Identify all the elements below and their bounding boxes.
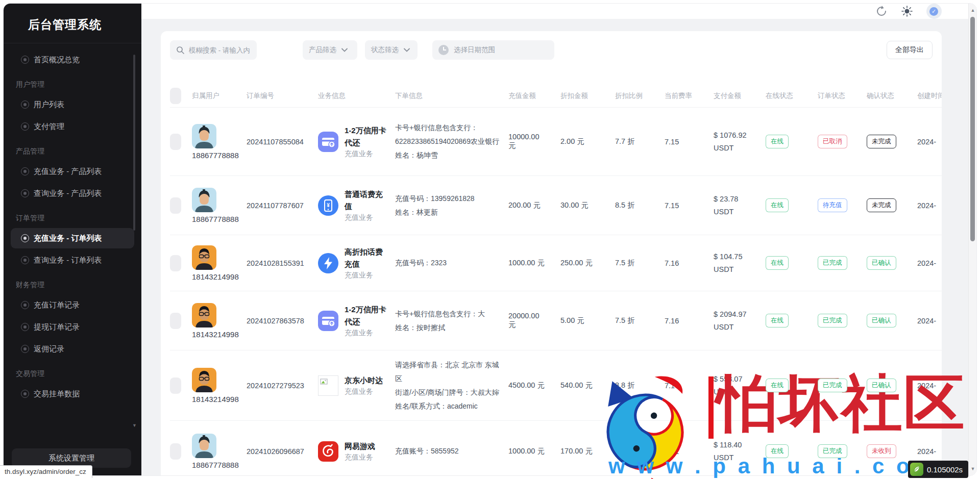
pay-amount: $ 1076.92USDT [714,129,766,154]
column-header: 当前费率 [665,91,714,100]
scrollbar-thumb[interactable] [970,17,975,241]
discount-amount: 250.00 元 [560,258,615,268]
business-cell: 1-2万信用卡代还充值业务 [318,124,395,159]
order-info: 充值账号：5855952 [395,444,508,458]
order-status-badge: 已完成 [818,314,847,327]
status-filter-select[interactable]: 状态筛选 [365,40,418,60]
sidebar-item[interactable]: 支付管理 [11,116,134,137]
order-number: 20241027863578 [247,317,318,325]
load-time-value: 0.105002s [927,465,963,474]
netease-icon [318,441,338,462]
business-cell: 1-2万信用卡代还充值业务 [318,304,395,338]
sidebar-item[interactable]: 交易挂单数据 [11,384,134,404]
created-time: 2024- [917,447,942,456]
sidebar-item[interactable]: 用户列表 [11,94,134,115]
order-info: 卡号+银行信息包含支行：大姓名：按时擦拭 [395,307,508,335]
sidebar-item[interactable]: 充值业务 - 产品列表 [11,161,134,182]
sidebar-item[interactable]: 返佣记录 [11,339,134,359]
disc-icon [21,167,29,175]
sidebar-item[interactable]: 查询业务 - 产品列表 [11,183,134,204]
sidebar-item[interactable]: 查询业务 - 订单列表 [11,250,134,270]
current-rate: 7.16 [665,259,714,267]
sidebar-item[interactable]: 充值业务 - 订单列表 [11,228,134,248]
sidebar-menu: 首页概况总览用户管理用户列表支付管理产品管理充值业务 - 产品列表查询业务 - … [4,43,141,404]
orders-card: 产品筛选 状态筛选 选择日期范围 [161,31,942,476]
lightning-icon [318,253,338,273]
sidebar-section-label: 交易管理 [16,369,134,379]
topbar: ✓ [141,4,976,19]
user-phone: 18867778888 [192,215,239,223]
date-range-picker[interactable]: 选择日期范围 [432,40,554,60]
user-phone: 18143214998 [192,395,239,404]
current-rate: 7.01 [665,447,714,456]
leaf-icon [910,463,923,476]
order-status-badge: 待充值 [818,198,847,212]
discount-amount: 30.00 元 [560,200,615,210]
column-header: 在线状态 [766,91,818,100]
column-header: 充值金额 [508,91,560,100]
scroll-up-icon[interactable]: ▲ [970,8,975,13]
export-all-button[interactable]: 全部导出 [887,41,933,59]
business-type: 充值业务 [345,149,390,159]
row-checkbox[interactable] [170,377,181,394]
owner-user-cell: 18143214998 [192,303,247,339]
sidebar: 后台管理系统 首页概况总览用户管理用户列表支付管理产品管理充值业务 - 产品列表… [4,4,141,475]
product-filter-select[interactable]: 产品筛选 [303,40,357,60]
search-input[interactable] [189,46,250,54]
current-rate: 7.16 [665,317,714,325]
online-status-badge: 在线 [766,135,789,148]
user-avatar [192,368,216,392]
row-checkbox[interactable] [170,443,181,460]
pay-amount: $ 118.40USDT [714,439,766,464]
row-checkbox[interactable] [170,197,181,214]
order-info: 充值号码：2323 [395,256,508,270]
sidebar-scroll-down-icon[interactable]: ▼ [132,423,137,428]
load-time-badge: 0.105002s [908,461,968,478]
recharge-amount: 4500.00 元 [508,381,560,390]
fuzzy-search-box[interactable] [170,40,257,60]
theme-icon[interactable] [901,5,913,17]
page-scrollbar[interactable]: ▲ ▼ [968,4,976,475]
owner-user-cell: 18867778888 [192,434,247,469]
column-header: 业务信息 [318,91,395,100]
chevron-down-icon [404,48,410,52]
row-checkbox[interactable] [170,255,181,271]
credit-card-icon [318,132,338,152]
row-checkbox[interactable] [170,134,181,150]
user-avatar[interactable]: ✓ [926,4,942,19]
owner-user-cell: 18143214998 [192,368,247,404]
user-avatar [192,303,216,327]
column-header: 订单状态 [818,91,867,100]
sidebar-item[interactable]: 提现订单记录 [11,317,134,337]
disc-icon [21,256,29,264]
online-status-badge: 在线 [766,444,789,458]
created-time: 2024- [917,138,942,146]
discount-ratio: 7.5 折 [615,316,665,325]
sidebar-item-label: 首页概况总览 [34,55,80,65]
disc-icon [21,100,29,109]
business-cell: 京东小时达充值业务 [318,374,395,396]
disc-icon [21,323,29,331]
sidebar-item[interactable]: 首页概况总览 [11,49,134,70]
confirm-status-badge: 已确认 [867,256,896,270]
select-all-checkbox[interactable] [170,88,181,104]
sidebar-item[interactable]: 充值订单记录 [11,295,134,315]
confirm-status-badge: 未完成 [867,198,896,212]
refresh-icon[interactable] [875,5,888,17]
disc-icon [21,122,29,131]
column-header: 订单编号 [247,91,318,100]
broken-image-icon [318,375,338,396]
scroll-down-icon[interactable]: ▼ [970,466,975,471]
product-name: 高折扣话费充值 [345,246,390,270]
order-row: 18867778888202411078550841-2万信用卡代还充值业务卡号… [170,108,942,176]
row-checkbox[interactable] [170,313,181,329]
discount-amount: 170.00 元 [560,446,615,456]
user-phone: 18867778888 [192,461,239,469]
product-name: 网易游戏 [345,440,375,452]
sidebar-scrollbar[interactable] [133,55,135,231]
column-header: 归属用户 [192,91,247,100]
user-phone: 18867778888 [192,151,239,160]
user-avatar [192,188,216,212]
column-header: 折扣金额 [560,91,615,100]
sidebar-section-label: 订单管理 [16,214,134,223]
